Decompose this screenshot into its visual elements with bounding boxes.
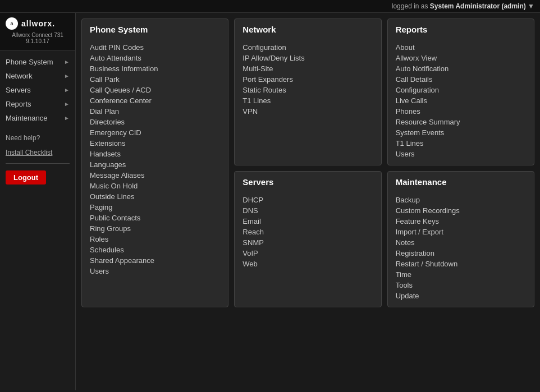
- list-item: T1 Lines: [242, 95, 373, 106]
- menu-link[interactable]: Call Details: [396, 75, 526, 84]
- list-item: Restart / Shutdown: [396, 259, 526, 269]
- list-item: Handsets: [90, 149, 220, 159]
- menu-link[interactable]: Business Information: [90, 64, 220, 73]
- chevron-right-icon: ►: [64, 73, 70, 79]
- install-checklist-link[interactable]: Install Checklist: [0, 146, 75, 161]
- menu-link[interactable]: Paging: [90, 203, 220, 211]
- menu-link[interactable]: Allworx View: [396, 54, 526, 62]
- menu-link[interactable]: Message Aliases: [90, 171, 220, 179]
- menu-link[interactable]: Music On Hold: [90, 182, 220, 190]
- version-info: Allworx Connect 731 9.1.10.17: [6, 31, 70, 45]
- sidebar-item-phone-system[interactable]: Phone System ►: [0, 55, 75, 69]
- menu-link[interactable]: DHCP: [242, 196, 373, 204]
- menu-link[interactable]: Roles: [90, 235, 220, 243]
- menu-link[interactable]: Multi-Site: [242, 64, 373, 73]
- menu-link[interactable]: Custom Recordings: [396, 206, 526, 215]
- chevron-right-icon: ►: [64, 87, 70, 93]
- list-item: Reach: [242, 227, 373, 237]
- list-item: Emergency CID: [90, 127, 220, 138]
- list-item: Paging: [90, 202, 220, 213]
- menu-link[interactable]: Public Contacts: [90, 214, 220, 222]
- menu-link[interactable]: Handsets: [90, 150, 220, 158]
- list-item: Backup: [396, 195, 526, 205]
- list-item: Time: [396, 269, 526, 280]
- menu-link[interactable]: System Events: [396, 128, 526, 137]
- menu-link[interactable]: T1 Lines: [242, 96, 373, 105]
- admin-name: System Administrator (admin): [430, 2, 526, 10]
- reports-list: AboutAllworx ViewAuto NotificationCall D…: [396, 42, 526, 159]
- need-help-text: Need help?: [0, 130, 75, 146]
- sidebar-item-network[interactable]: Network ►: [0, 69, 75, 83]
- menu-link[interactable]: Audit PIN Codes: [90, 43, 220, 52]
- menu-link[interactable]: Tools: [396, 281, 526, 289]
- menu-link[interactable]: Feature Keys: [396, 217, 526, 225]
- menu-link[interactable]: Shared Appearance: [90, 256, 220, 265]
- menu-link[interactable]: Phones: [396, 107, 526, 116]
- menu-link[interactable]: Ring Groups: [90, 224, 220, 233]
- list-item: Ring Groups: [90, 223, 220, 234]
- phone-system-list: Audit PIN CodesAuto AttendantsBusiness I…: [90, 42, 220, 276]
- list-item: Feature Keys: [396, 216, 526, 227]
- allworx-logo: a allworx.: [6, 17, 70, 30]
- menu-link[interactable]: Registration: [396, 249, 526, 257]
- menu-link[interactable]: Email: [242, 217, 373, 225]
- menu-link[interactable]: Port Expanders: [242, 75, 373, 84]
- list-item: Auto Attendants: [90, 53, 220, 63]
- list-item: Registration: [396, 248, 526, 259]
- menu-link[interactable]: Directories: [90, 118, 220, 126]
- allworx-circle-icon: a: [6, 17, 18, 30]
- list-item: Users: [396, 149, 526, 159]
- sidebar-item-servers[interactable]: Servers ►: [0, 83, 75, 97]
- menu-link[interactable]: IP Allow/Deny Lists: [242, 54, 373, 62]
- menu-link[interactable]: Web: [242, 260, 373, 268]
- sidebar-label-servers: Servers: [6, 86, 31, 94]
- logout-button[interactable]: Logout: [6, 170, 46, 185]
- phone-system-title: Phone System: [90, 25, 220, 36]
- menu-link[interactable]: Live Calls: [396, 96, 526, 105]
- sidebar-item-maintenance[interactable]: Maintenance ►: [0, 111, 75, 125]
- menu-link[interactable]: T1 Lines: [396, 139, 526, 147]
- menu-link[interactable]: Backup: [396, 196, 526, 204]
- menu-link[interactable]: DNS: [242, 206, 373, 215]
- network-list: ConfigurationIP Allow/Deny ListsMulti-Si…: [242, 42, 373, 117]
- menu-link[interactable]: Restart / Shutdown: [396, 260, 526, 268]
- menu-link[interactable]: Languages: [90, 160, 220, 169]
- list-item: DHCP: [242, 195, 373, 205]
- sidebar-label-maintenance: Maintenance: [6, 114, 47, 122]
- menu-link[interactable]: Auto Notification: [396, 64, 526, 73]
- menu-link[interactable]: Schedules: [90, 246, 220, 254]
- menu-link[interactable]: Configuration: [396, 86, 526, 94]
- menu-link[interactable]: Users: [90, 267, 220, 275]
- brand-name: allworx.: [21, 19, 55, 28]
- menu-link[interactable]: Update: [396, 292, 526, 300]
- sidebar-item-reports[interactable]: Reports ►: [0, 97, 75, 111]
- menu-link[interactable]: Reach: [242, 228, 373, 236]
- sidebar-label-phone-system: Phone System: [6, 58, 53, 66]
- menu-link[interactable]: Resource Summary: [396, 118, 526, 126]
- menu-link[interactable]: Call Park: [90, 75, 220, 84]
- menu-link[interactable]: Auto Attendants: [90, 54, 220, 62]
- sidebar-label-network: Network: [6, 72, 33, 80]
- servers-list: DHCPDNSEmailReachSNMPVoIPWeb: [242, 195, 373, 269]
- menu-link[interactable]: Outside Lines: [90, 192, 220, 201]
- dropdown-arrow-icon[interactable]: ▼: [528, 2, 534, 10]
- list-item: System Events: [396, 127, 526, 138]
- menu-link[interactable]: Time: [396, 270, 526, 279]
- menu-link[interactable]: About: [396, 43, 526, 52]
- menu-link[interactable]: Extensions: [90, 139, 220, 147]
- menu-link[interactable]: Configuration: [242, 43, 373, 52]
- menu-link[interactable]: Dial Plan: [90, 107, 220, 116]
- sidebar-divider: [6, 163, 70, 164]
- menu-link[interactable]: Notes: [396, 238, 526, 247]
- menu-link[interactable]: Conference Center: [90, 96, 220, 105]
- menu-link[interactable]: Emergency CID: [90, 128, 220, 137]
- list-item: Live Calls: [396, 95, 526, 106]
- menu-link[interactable]: VoIP: [242, 249, 373, 257]
- menu-link[interactable]: Static Routes: [242, 86, 373, 94]
- menu-link[interactable]: SNMP: [242, 238, 373, 247]
- menu-link[interactable]: Import / Export: [396, 228, 526, 236]
- menu-link[interactable]: VPN: [242, 107, 373, 116]
- menu-link[interactable]: Call Queues / ACD: [90, 86, 220, 94]
- menu-link[interactable]: Users: [396, 150, 526, 158]
- logged-in-label: logged in as: [392, 2, 428, 10]
